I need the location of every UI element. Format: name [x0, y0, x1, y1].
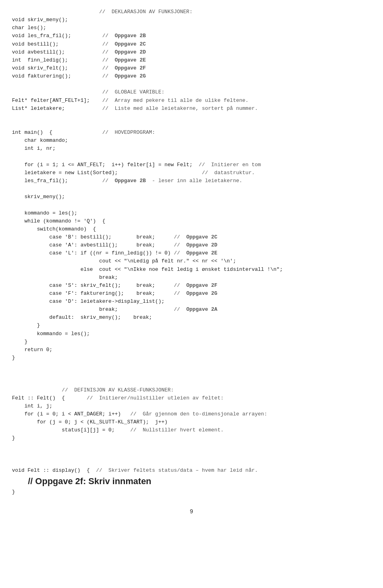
line-for-loop: for (i = 1; i <= ANT_FELT; i++) felter[i… — [12, 162, 261, 168]
line-kommando-les2: kommando = les(); — [12, 331, 90, 337]
line-skriv-meny-decl: void skriv_meny(); — [12, 17, 68, 23]
line-while-close: } — [12, 339, 28, 345]
line-case-A: case 'A': avbestill(); break; // Oppgave… — [12, 242, 217, 248]
line-int-i-j: int i, j; — [12, 403, 52, 409]
code-container: // DEKLARASJON AV FUNKSJONER: void skriv… — [12, 8, 371, 496]
page-number: 9 — [190, 508, 193, 514]
line-main: int main() { // HOVEDPROGRAM: — [12, 129, 155, 135]
line-felt-constructor: Felt :: Felt() { // Initierer/nullstille… — [12, 395, 224, 401]
line-les-fra-fil: void les_fra_fil(); // Oppgave 2B — [12, 33, 146, 39]
line-blank5 — [12, 371, 15, 377]
line-main-close: } — [12, 355, 15, 361]
line-int-i-nr: int i, nr; — [12, 145, 55, 151]
page-footer: 9 — [12, 508, 371, 514]
line-case-S: case 'S': skriv_felt(); break; // Oppgav… — [12, 282, 217, 288]
line-char-kommando: char kommando; — [12, 137, 68, 143]
line-return: return 0; — [12, 347, 52, 353]
line-default: default: skriv_meny(); break; — [12, 314, 152, 320]
line-break-L: break; — [12, 274, 118, 280]
line-case-L: case 'L': if ((nr = finn_ledig()) != 0) … — [12, 250, 217, 256]
line-les-fra-fil-call: les_fra_fil(); // Oppgave 2B - leser inn… — [12, 178, 242, 184]
line-case-B: case 'B': bestill(); break; // Oppgave 2… — [12, 234, 217, 240]
line-skriv-meny-call: skriv_meny(); — [12, 194, 65, 200]
definisjon-comment: // DEFINISJON AV KLASSE-FUNKSJONER: — [12, 387, 174, 393]
line-display-decl: void Felt :: display() { // Skriver felt… — [12, 467, 258, 473]
line-blank1 — [12, 121, 15, 127]
oppgave-2f-section: // Oppgave 2f: Skriv innmaten — [12, 476, 371, 487]
line-leietakere: List* leietakere; // Liste med alle leie… — [12, 105, 258, 111]
line-skriv-felt: void skriv_felt(); // Oppgave 2F — [12, 65, 146, 71]
line-for-j: for (j = 0; j < (KL_SLUTT-KL_START); j++… — [12, 419, 168, 425]
line-char-les: char les(); — [12, 25, 46, 31]
line-blank3 — [12, 186, 15, 192]
line-for-i-ant-dager: for (i = 0; i < ANT_DAGER; i++) // Går g… — [12, 411, 267, 417]
closing-brace-block: } — [12, 488, 371, 496]
line-bestill: void bestill(); // Oppgave 2C — [12, 41, 146, 47]
globale-varible-comment: // GLOBALE VARIBLE: — [12, 89, 164, 95]
line-break-D: break; // Oppgave 2A — [12, 306, 217, 312]
line-constructor-close: } — [12, 435, 15, 441]
line-case-D: case 'D': leietakere->display_list(); — [12, 298, 164, 304]
code-listing: // DEKLARASJON AV FUNKSJONER: void skriv… — [12, 8, 371, 475]
line-finn-ledig: int finn_ledig(); // Oppgave 2E — [12, 57, 146, 63]
line-blank4 — [12, 202, 15, 208]
line-case-F: case 'F': fakturering(); break; // Oppga… — [12, 290, 217, 296]
closing-brace: } — [12, 489, 15, 495]
line-blank6 — [12, 451, 15, 457]
line-while: while (kommando != 'Q') { — [12, 218, 105, 224]
line-blank2 — [12, 154, 15, 160]
line-fakturering: void fakturering(); // Oppgave 2G — [12, 73, 146, 79]
line-felter: Felt* felter[ANT_FELT+1]; // Array med p… — [12, 97, 249, 103]
section1-comment: // DEKLARASJON AV FUNKSJONER: — [12, 9, 192, 15]
line-switch: switch(kommando) { — [12, 226, 96, 232]
line-status: status[i][j] = 0; // Nullstiller hvert e… — [12, 427, 224, 433]
line-cout-ledig: cout << "\nLedig på felt nr." << nr << '… — [12, 258, 236, 264]
line-avbestill: void avbestill(); // Oppgave 2D — [12, 49, 146, 55]
line-leietakere-new: leietakere = new List(Sorted); // datast… — [12, 170, 255, 176]
line-else-cout: else cout << "\nIkke noe felt ledig i øn… — [12, 266, 283, 272]
line-switch-close: } — [12, 322, 40, 328]
line-kommando-les: kommando = les(); — [12, 210, 77, 216]
oppgave-2f-heading: // Oppgave 2f: Skriv innmaten — [28, 476, 151, 486]
